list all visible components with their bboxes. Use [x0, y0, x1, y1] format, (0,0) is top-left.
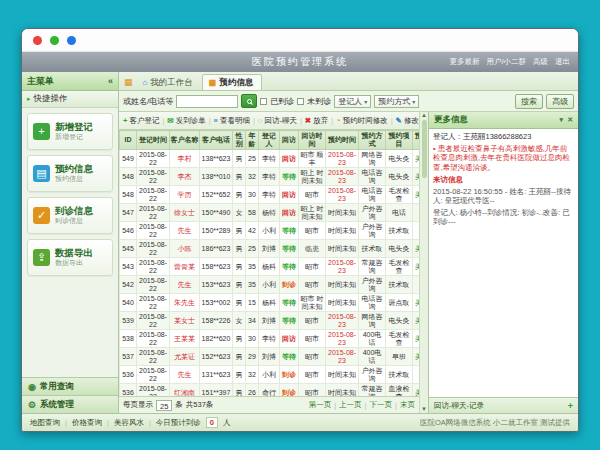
registrant-select[interactable]: 登记人 ▾	[334, 95, 371, 108]
modify-appointment-time-button[interactable]: ◔预约时间修改	[334, 116, 390, 126]
chevron-down-icon[interactable]: ▾	[560, 116, 564, 124]
advanced-button[interactable]: 高级	[546, 94, 574, 109]
followup-chat-button[interactable]: ◌回访-聊天	[256, 116, 299, 126]
table-row[interactable]: 5362015-08-22红湘南151**397男26命行到诊昭市时间未知常规咨…	[120, 384, 420, 397]
sidebar-item-arrival-info[interactable]: ✓到诊信息到诊信息	[27, 197, 113, 234]
column-header[interactable]: 客户电话	[200, 131, 233, 150]
table-row[interactable]: 5362015-08-22先生131**623男32小利到诊昭市时间未知户外咨询…	[120, 366, 420, 384]
sidebar-section-common-query[interactable]: ◉常用查询	[22, 377, 118, 395]
cell-follow: 昭市	[299, 186, 326, 204]
cell-status: 等待	[280, 348, 299, 366]
column-header[interactable]: 预约方式	[359, 131, 386, 150]
table-row[interactable]: 5402015-08-22朱先生153**002男15杨科等待昭市 时间未知时间…	[120, 294, 420, 312]
statusbar-map-query[interactable]: 地图查询	[30, 418, 60, 428]
list-icon: ≡	[214, 116, 218, 125]
add-icon[interactable]: +	[568, 401, 573, 411]
table-row[interactable]: 5452015-08-22小陈186**623男25刘博等待临患时间未知技术取电…	[120, 240, 420, 258]
green-dot[interactable]	[50, 36, 59, 45]
scroll-down-icon[interactable]: ▼	[421, 406, 427, 412]
cell-appt: 2015-08-23	[326, 150, 359, 168]
column-header[interactable]: 回访时间	[299, 131, 326, 150]
table-row[interactable]: 5392015-08-22某女士158**226女34刘博等待昭市2015-08…	[120, 312, 420, 330]
blue-dot[interactable]	[67, 36, 76, 45]
search-button[interactable]: 搜索	[515, 94, 543, 109]
chat-record-bar[interactable]: 回访-聊天-记录 +	[429, 397, 578, 413]
apps-icon[interactable]: ▦	[124, 77, 133, 87]
cell-appt: 时间未知	[326, 384, 359, 397]
last-page-button[interactable]: 末页	[400, 400, 415, 410]
sidebar-item-texts: 新增登记新增登记	[55, 122, 93, 142]
tab-appointment-info[interactable]: ▦预约信息	[202, 74, 263, 90]
column-header[interactable]: ID	[120, 131, 137, 150]
query-button[interactable]	[241, 94, 257, 108]
column-header[interactable]: 预约时间	[326, 131, 359, 150]
sidebar-item-sublabel: 数据导出	[55, 258, 93, 268]
table-row[interactable]: 5422015-08-22先生153**623男35小利到诊昭市时间未知户外咨询…	[120, 276, 420, 294]
cell-sex: 男	[233, 222, 246, 240]
abandon-button[interactable]: ✖放弃	[303, 116, 330, 126]
tab-workbench[interactable]: ⌂我的工作台	[136, 74, 202, 90]
titlebar-link[interactable]: 退出	[555, 57, 570, 67]
column-header[interactable]: 客户名称	[170, 131, 200, 150]
column-header[interactable]: 登记时间	[137, 131, 170, 150]
sidebar-item-new-registration[interactable]: +新增登记新增登记	[27, 113, 113, 150]
close-icon[interactable]: ✕	[567, 116, 573, 124]
per-page-select[interactable]: 25	[156, 400, 172, 411]
sidebar-item-appointment-info[interactable]: ▤预约信息预约信息	[27, 155, 113, 192]
column-header[interactable]: 年龄	[246, 131, 259, 150]
cell-item: 电头灸	[386, 240, 413, 258]
send-arrival-slip-button[interactable]: ✉发到诊单	[165, 116, 207, 126]
column-header[interactable]: 性别	[233, 131, 246, 150]
titlebar-link[interactable]: 高级	[533, 57, 548, 67]
more-info-header: 更多信息 ▾ ✕	[429, 112, 578, 129]
table-scrollbar[interactable]: ▲ ▼	[419, 112, 428, 413]
sidebar-section-system-manage[interactable]: ⚙系统管理	[22, 395, 118, 413]
grid-icon: ▦	[209, 78, 217, 87]
toolbar-button-label: 放弃	[313, 116, 328, 126]
table-row[interactable]: 5382015-08-22王某某182**620男30李特回访昭市2015-08…	[120, 330, 420, 348]
table-row[interactable]: 5482015-08-22李杰138**010男32李特等待昭上 时间未知201…	[120, 168, 420, 186]
table-row[interactable]: 5432015-08-22曾骨某158**623男35杨科等待昭市2015-08…	[120, 258, 420, 276]
scrollbar-thumb[interactable]	[422, 120, 427, 178]
statusbar-price-query[interactable]: 价格查询	[72, 418, 102, 428]
cell-status: 回访	[280, 204, 299, 222]
edit-button[interactable]: ✎修改	[394, 116, 419, 126]
table-row[interactable]: 5372015-08-22尤某证152**623男29刘博等待昭市2015-08…	[120, 348, 420, 366]
search-input[interactable]	[176, 95, 238, 108]
next-page-button[interactable]: 下一页	[370, 400, 393, 410]
customer-register-button[interactable]: +客户登记	[121, 116, 161, 126]
titlebar-link[interactable]: 用户/小二群	[486, 57, 526, 67]
cell-id: 548	[120, 186, 137, 204]
sidebar-items: +新增登记新增登记▤预约信息预约信息✓到诊信息到诊信息⇪数据导出数据导出	[22, 108, 118, 281]
statusbar-beauty-query[interactable]: 美容风水	[114, 418, 144, 428]
cell-method: 技术取	[359, 240, 386, 258]
prev-page-button[interactable]: 上一页	[339, 400, 362, 410]
column-header[interactable]: 登记人	[259, 131, 280, 150]
cell-reg: 李特	[259, 150, 280, 168]
table-row[interactable]: 5472015-08-22徐女士150**490女58杨特回访昭上 时间未知时间…	[120, 204, 420, 222]
toolbar-button-label: 修改	[404, 116, 419, 126]
cell-age: 15	[246, 294, 259, 312]
table-row[interactable]: 5482015-08-22学历152**652男30李特回访昭市2015-08-…	[120, 186, 420, 204]
quick-actions-header[interactable]: ▸ 快捷操作	[22, 91, 118, 108]
sidebar-item-data-export[interactable]: ⇪数据导出数据导出	[27, 239, 113, 276]
appointments-table-container: ID登记时间客户名称客户电话性别年龄登记人回访回访时间预约时间预约方式预约项目预…	[119, 130, 419, 396]
arrived-checkbox[interactable]	[260, 98, 267, 105]
scroll-up-icon[interactable]: ▲	[421, 112, 427, 118]
pager-separator: |	[334, 401, 336, 410]
column-header[interactable]: 预约项目	[386, 131, 413, 150]
first-page-button[interactable]: 第一页	[309, 400, 332, 410]
not-arrived-checkbox[interactable]	[297, 98, 304, 105]
table-row[interactable]: 5492015-08-22李村138**623男25李特回访昭市 顺丰2015-…	[120, 150, 420, 168]
table-row[interactable]: 5462015-08-22先生150**289男42小利等待昭市时间未知户外咨询…	[120, 222, 420, 240]
sidebar-item-label: 数据导出	[55, 248, 93, 258]
method-select[interactable]: 预约方式 ▾	[374, 95, 419, 108]
cell-status: 等待	[280, 258, 299, 276]
collapse-icon[interactable]: «	[108, 76, 113, 86]
cell-phone: 152**623	[200, 348, 233, 366]
column-header[interactable]: 回访	[280, 131, 299, 150]
cell-method: 户外咨询	[359, 366, 386, 384]
titlebar-link[interactable]: 更多最新	[449, 57, 479, 67]
red-dot[interactable]	[33, 36, 42, 45]
view-detail-button[interactable]: ≡查看明细	[212, 116, 252, 126]
